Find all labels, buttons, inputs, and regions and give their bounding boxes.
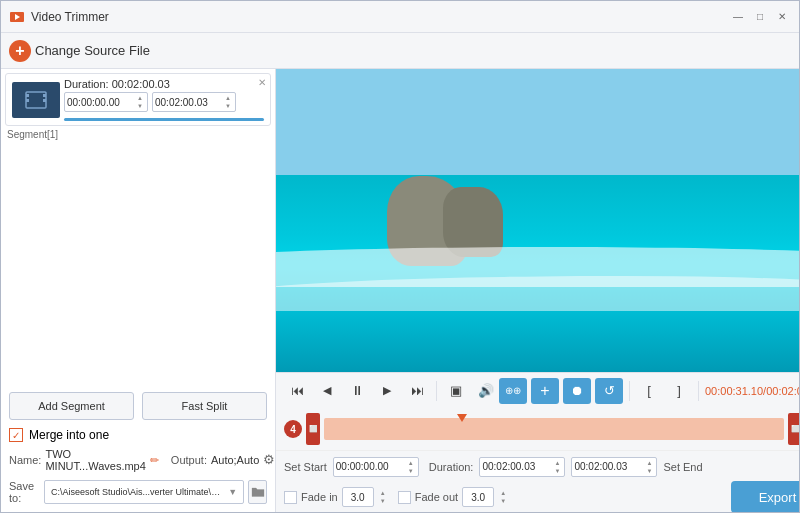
start-time-down[interactable]: ▼	[135, 102, 145, 110]
settings-icon[interactable]: ⚙	[263, 452, 275, 468]
add-circle-icon: +	[9, 40, 31, 62]
fast-split-button[interactable]: Fast Split	[142, 392, 267, 420]
edit-controls: ⊕⊕ + ⏺ ↺ [ ] 00:00:31.10/00:02:00.03	[499, 378, 799, 404]
fade-out-input[interactable]	[462, 487, 494, 507]
segment-progress-bar	[64, 118, 264, 121]
left-actions: Add Segment Fast Split	[5, 386, 271, 426]
skip-to-end-button[interactable]: ⏭	[404, 378, 430, 404]
trim-duration-spinner: ▲ ▼	[552, 459, 562, 475]
play-pause-button[interactable]: ⏸	[344, 378, 370, 404]
fade-in-label: Fade in	[301, 491, 338, 503]
trim-start-input[interactable]	[336, 461, 406, 472]
refresh-button[interactable]: ↺	[595, 378, 623, 404]
fade-out-up[interactable]: ▲	[498, 489, 508, 497]
set-end-button[interactable]: Set End	[663, 461, 702, 473]
fade-out-item: Fade out ▲ ▼	[398, 487, 508, 507]
browse-folder-button[interactable]	[248, 480, 267, 504]
playhead	[457, 414, 467, 422]
time-display: 00:00:31.10/00:02:00.03	[705, 385, 799, 397]
segment-mode-button[interactable]: ⊕⊕	[499, 378, 527, 404]
main-content: Duration: 00:02:00.03 ▲ ▼	[1, 69, 799, 512]
trim-controls-row: Set Start ▲ ▼ Duration: ▲ ▼	[276, 450, 799, 482]
badge-left: 4	[284, 420, 302, 438]
playback-controls: ⏮ ◀ ⏸ ▶ ⏭ ▣ 🔊	[284, 378, 499, 404]
end-time-wrap: ▲ ▼	[152, 92, 236, 112]
edit-name-icon[interactable]: ✏	[150, 454, 159, 467]
fade-out-checkbox[interactable]	[398, 491, 411, 504]
fade-out-spinner: ▲ ▼	[498, 489, 508, 505]
trim-end-up[interactable]: ▲	[644, 459, 654, 467]
close-button[interactable]: ✕	[773, 8, 791, 26]
start-time-up[interactable]: ▲	[135, 94, 145, 102]
app-title: Video Trimmer	[31, 10, 109, 24]
crop-button[interactable]: ▣	[443, 378, 469, 404]
fade-out-down[interactable]: ▼	[498, 497, 508, 505]
dropdown-arrow-icon: ▼	[228, 487, 237, 497]
separator1	[436, 381, 437, 401]
time-inputs: ▲ ▼ ▲ ▼	[64, 92, 264, 112]
trim-track[interactable]	[324, 418, 784, 440]
start-value-wrap: ▲ ▼	[333, 457, 419, 477]
minimize-button[interactable]: —	[729, 8, 747, 26]
bracket-left-button[interactable]: [	[636, 378, 662, 404]
output-value: Auto;Auto	[211, 454, 259, 466]
fade-in-input[interactable]	[342, 487, 374, 507]
segment-label: Segment[1]	[5, 129, 271, 140]
trim-start-up[interactable]: ▲	[406, 459, 416, 467]
left-handle-icon: ⬜	[309, 425, 318, 433]
segment-thumbnail	[12, 82, 60, 118]
video-area	[276, 69, 799, 372]
add-segment-ctrl-button[interactable]: +	[531, 378, 559, 404]
title-bar: Video Trimmer — □ ✕	[1, 1, 799, 33]
duration-value-wrap: ▲ ▼	[479, 457, 565, 477]
trim-start-down[interactable]: ▼	[406, 467, 416, 475]
maximize-button[interactable]: □	[751, 8, 769, 26]
trim-duration-input[interactable]	[482, 461, 552, 472]
trim-duration-down[interactable]: ▼	[552, 467, 562, 475]
change-source-label: Change Source File	[35, 43, 150, 58]
file-name: TWO MINUT...Waves.mp4	[45, 448, 145, 472]
svg-rect-3	[26, 94, 29, 97]
bracket-right-button[interactable]: ]	[666, 378, 692, 404]
film-icon	[24, 88, 48, 112]
output-label: Output:	[171, 454, 207, 466]
trim-duration-up[interactable]: ▲	[552, 459, 562, 467]
prev-frame-button[interactable]: ◀	[314, 378, 340, 404]
end-time-input[interactable]	[155, 97, 223, 108]
close-segment-button[interactable]: ✕	[256, 76, 268, 88]
end-time-down[interactable]: ▼	[223, 102, 233, 110]
trim-handle-left[interactable]: ⬜	[306, 413, 320, 445]
name-label: Name:	[9, 454, 41, 466]
record-button[interactable]: ⏺	[563, 378, 591, 404]
change-source-button[interactable]: + Change Source File	[9, 40, 150, 62]
start-time-wrap: ▲ ▼	[64, 92, 148, 112]
trim-end-down[interactable]: ▼	[644, 467, 654, 475]
end-time-up[interactable]: ▲	[223, 94, 233, 102]
merge-row: Merge into one	[5, 426, 271, 444]
export-button[interactable]: Export	[731, 481, 799, 512]
fade-in-down[interactable]: ▼	[378, 497, 388, 505]
set-start-button[interactable]: Set Start	[284, 461, 327, 473]
fade-out-label: Fade out	[415, 491, 458, 503]
duration-label: Duration:	[429, 461, 474, 473]
start-time-input[interactable]	[67, 97, 135, 108]
trim-end-input[interactable]	[574, 461, 644, 472]
trim-start-spinner: ▲ ▼	[406, 459, 416, 475]
merge-checkbox[interactable]	[9, 428, 23, 442]
fade-in-up[interactable]: ▲	[378, 489, 388, 497]
add-segment-button[interactable]: Add Segment	[9, 392, 134, 420]
fade-in-item: Fade in ▲ ▼	[284, 487, 388, 507]
timeline-bar: 4 ⬜ ⬜ 5	[276, 408, 799, 450]
skip-to-start-button[interactable]: ⏮	[284, 378, 310, 404]
next-frame-button[interactable]: ▶	[374, 378, 400, 404]
volume-button[interactable]: 🔊	[473, 378, 499, 404]
left-bottom	[5, 140, 271, 386]
left-panel: Duration: 00:02:00.03 ▲ ▼	[1, 69, 276, 512]
trim-handle-right[interactable]: ⬜	[788, 413, 799, 445]
svg-rect-4	[26, 99, 29, 102]
wave2	[276, 276, 799, 311]
save-path-dropdown[interactable]: C:\Aiseesoft Studio\Ais...verter Ultimat…	[44, 480, 244, 504]
save-path-value: C:\Aiseesoft Studio\Ais...verter Ultimat…	[51, 487, 224, 497]
fade-in-checkbox[interactable]	[284, 491, 297, 504]
fade-in-spinner: ▲ ▼	[378, 489, 388, 505]
